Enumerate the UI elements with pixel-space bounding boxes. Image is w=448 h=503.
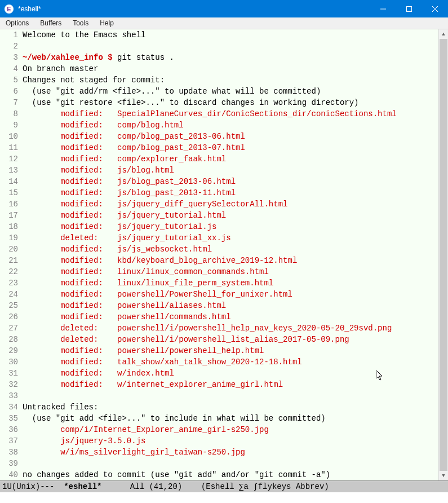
- code-line[interactable]: modified: comp/explorer_faak.html: [23, 153, 438, 165]
- code-line[interactable]: Changes not staged for commit:: [23, 74, 438, 86]
- minibuffer[interactable]: [0, 492, 448, 503]
- code-line[interactable]: (use "git restore <file>..." to discard …: [23, 97, 438, 108]
- line-number: 20: [0, 244, 18, 255]
- text-span: modified: linux/linux_common_commands.ht…: [23, 267, 269, 276]
- menu-options[interactable]: Options: [0, 18, 34, 28]
- line-number: 27: [0, 323, 18, 334]
- text-span: w/i/ms_silverlight_girl_taiwan-s250.jpg: [23, 448, 245, 457]
- code-line[interactable]: js/jquery-3.5.0.js: [23, 435, 438, 447]
- line-number: 35: [0, 413, 18, 424]
- code-line[interactable]: [23, 390, 438, 401]
- close-button[interactable]: [422, 0, 448, 17]
- menu-tools[interactable]: Tools: [67, 18, 94, 28]
- text-span: no changes added to commit (use "git add…: [23, 470, 330, 479]
- code-line[interactable]: modified: talk_show/xah_talk_show_2020-1…: [23, 356, 438, 368]
- code-line[interactable]: (use "git add/rm <file>..." to update wh…: [23, 86, 438, 97]
- text-span: modified: js/jquery_tutorial.js: [23, 222, 216, 231]
- line-number: 8: [0, 108, 18, 120]
- code-line[interactable]: modified: js/jquery_diff_querySelectorAl…: [23, 198, 438, 210]
- window-titlebar: E *eshell*: [0, 0, 448, 17]
- code-line[interactable]: comp/i/Internet_Explorer_anime_girl-s250…: [23, 424, 438, 435]
- text-span: git status .: [117, 53, 174, 62]
- modeline: 1U(Unix)--- *eshell* All (41,20) (Eshell…: [0, 480, 448, 492]
- text-span: modified: powershell/aliases.html: [23, 301, 226, 310]
- code-line[interactable]: modified: js/jquery_tutorial.js: [23, 221, 438, 232]
- line-number: 30: [0, 356, 18, 368]
- text-span: deleted: powershell/i/powershell_list_al…: [23, 335, 349, 344]
- code-line[interactable]: On branch master: [23, 63, 438, 74]
- text-span: On branch master: [23, 64, 98, 73]
- text-span: Welcome to the Emacs shell: [23, 30, 145, 39]
- maximize-button[interactable]: [396, 0, 422, 17]
- code-line[interactable]: modified: linux/linux_file_perm_system.h…: [23, 277, 438, 289]
- code-line[interactable]: modified: js/jquery_tutorial.html: [23, 210, 438, 221]
- code-line[interactable]: [23, 458, 438, 469]
- code-line[interactable]: modified: comp/blog_past_2013-06.html: [23, 131, 438, 142]
- scroll-thumb[interactable]: [440, 39, 447, 471]
- line-number: 40: [0, 469, 18, 480]
- code-line[interactable]: modified: linux/linux_common_commands.ht…: [23, 266, 438, 277]
- code-line[interactable]: (use "git add <file>..." to include in w…: [23, 413, 438, 424]
- text-span: modified: js/js_websocket.html: [23, 245, 212, 254]
- text-span: ~/web/xahlee_info $: [23, 53, 117, 62]
- modeline-position: All (41,20): [101, 482, 201, 491]
- vertical-scrollbar[interactable]: ▲ ▼: [438, 29, 448, 480]
- text-span: modified: w/internet_explorer_anime_girl…: [23, 380, 283, 389]
- code-line[interactable]: modified: comp/blog.html: [23, 120, 438, 131]
- line-number: 14: [0, 176, 18, 187]
- line-gutter: 1234567891011121314151617181920212223242…: [0, 29, 21, 480]
- text-span: deleted: js/jquery_tutorial_xx.js: [23, 233, 231, 242]
- menubar: Options Buffers Tools Help: [0, 17, 448, 29]
- code-line[interactable]: modified: comp/blog_past_2013-07.html: [23, 142, 438, 153]
- text-span: modified: js/jquery_tutorial.html: [23, 211, 226, 220]
- text-span: modified: linux/linux_file_perm_system.h…: [23, 279, 273, 288]
- code-line[interactable]: modified: powershell/aliases.html: [23, 300, 438, 311]
- line-number: 11: [0, 142, 18, 153]
- modeline-modes: (Eshell ∑a ∫flykeys Abbrev): [201, 482, 329, 491]
- code-line[interactable]: modified: w/internet_explorer_anime_girl…: [23, 379, 438, 390]
- scroll-up-icon[interactable]: ▲: [439, 29, 448, 39]
- code-area[interactable]: Welcome to the Emacs shell~/web/xahlee_i…: [21, 29, 438, 480]
- text-span: modified: powershell/commands.html: [23, 312, 231, 321]
- line-number: 29: [0, 345, 18, 356]
- line-number: 15: [0, 187, 18, 198]
- code-line[interactable]: Untracked files:: [23, 401, 438, 413]
- line-number: 10: [0, 131, 18, 142]
- line-number: 7: [0, 97, 18, 108]
- code-line[interactable]: ~/web/xahlee_info $ git status .: [23, 52, 438, 63]
- line-number: 38: [0, 447, 18, 458]
- line-number: 24: [0, 289, 18, 300]
- text-span: comp/i/Internet_Explorer_anime_girl-s250…: [23, 425, 269, 434]
- code-line[interactable]: Welcome to the Emacs shell: [23, 29, 438, 41]
- text-span: Untracked files:: [23, 403, 98, 412]
- code-line[interactable]: deleted: js/jquery_tutorial_xx.js: [23, 232, 438, 244]
- editor[interactable]: 1234567891011121314151617181920212223242…: [0, 29, 448, 480]
- modeline-buffer-name: *eshell*: [64, 482, 101, 491]
- modeline-coding: 1U(Unix)---: [2, 482, 64, 491]
- line-number: 31: [0, 368, 18, 379]
- code-line[interactable]: modified: powershell/powershell_help.htm…: [23, 345, 438, 356]
- scroll-down-icon[interactable]: ▼: [439, 471, 448, 480]
- code-line[interactable]: modified: powershell/PowerShell_for_unix…: [23, 289, 438, 300]
- text-span: Changes not staged for commit:: [23, 76, 165, 85]
- code-line[interactable]: modified: js/blog_past_2013-06.html: [23, 176, 438, 187]
- code-line[interactable]: deleted: powershell/i/powershell_list_al…: [23, 334, 438, 345]
- line-number: 17: [0, 210, 18, 221]
- code-line[interactable]: [23, 41, 438, 52]
- code-line[interactable]: deleted: powershell/i/powershell_help_na…: [23, 323, 438, 334]
- code-line[interactable]: modified: js/blog_past_2013-11.html: [23, 187, 438, 198]
- line-number: 3: [0, 52, 18, 63]
- code-line[interactable]: w/i/ms_silverlight_girl_taiwan-s250.jpg: [23, 447, 438, 458]
- menu-buffers[interactable]: Buffers: [34, 18, 67, 28]
- code-line[interactable]: modified: js/js_websocket.html: [23, 244, 438, 255]
- code-line[interactable]: modified: kbd/keyboard_blog_archive_2019…: [23, 255, 438, 266]
- code-line[interactable]: modified: w/index.html: [23, 368, 438, 379]
- code-line[interactable]: modified: SpecialPlaneCurves_dir/ConicSe…: [23, 108, 438, 120]
- minimize-button[interactable]: [370, 0, 396, 17]
- code-line[interactable]: modified: powershell/commands.html: [23, 311, 438, 323]
- code-line[interactable]: no changes added to commit (use "git add…: [23, 469, 438, 480]
- text-span: (use "git add/rm <file>..." to update wh…: [23, 87, 321, 96]
- menu-help[interactable]: Help: [94, 18, 119, 28]
- code-line[interactable]: modified: js/blog.html: [23, 165, 438, 176]
- scroll-track[interactable]: [439, 39, 448, 471]
